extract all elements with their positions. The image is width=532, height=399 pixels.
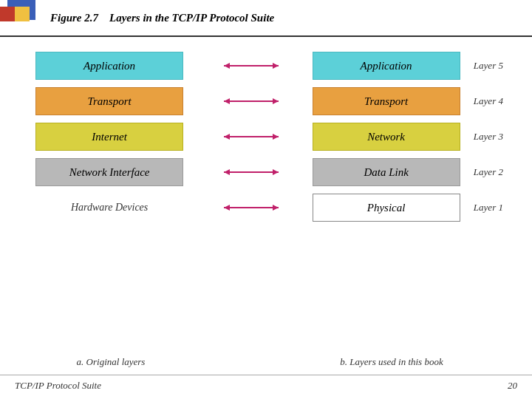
figure-number: Figure 2.7 [50,12,98,24]
right-column: Application Transport Network Data Link … [299,52,474,355]
arrow-4 [204,158,299,186]
right-layer-transport: Transport [313,87,460,115]
svg-marker-1 [224,63,230,69]
layer-label-2: Layer 2 [474,158,503,186]
layer-label-5: Layer 5 [474,52,503,80]
right-layer-data-link: Data Link [313,158,460,186]
layer-label-1: Layer 1 [474,194,503,222]
figure-title: Layers in the TCP/IP Protocol Suite [109,12,274,24]
arrow-2 [204,87,299,115]
svg-marker-11 [273,169,279,175]
double-arrow-3 [218,130,284,143]
double-arrow-4 [218,166,284,179]
double-arrow-1 [218,59,284,72]
footer-page-number: 20 [508,380,517,392]
captions: a. Original layers b. Layers used in thi… [0,355,532,368]
svg-marker-7 [224,134,230,140]
caption-left: a. Original layers [15,356,207,368]
svg-marker-13 [224,205,230,211]
right-layer-network: Network [313,123,460,151]
left-layer-application: Application [35,52,183,80]
header: Figure 2.7 Layers in the TCP/IP Protocol… [0,0,532,37]
layer-label-3: Layer 3 [474,123,503,151]
right-layer-application: Application [313,52,460,80]
caption-right: b. Layers used in this book [303,356,480,368]
footer: TCP/IP Protocol Suite 20 [0,375,532,392]
svg-marker-10 [224,169,230,175]
arrows-column [204,52,299,355]
main-diagram: Application Transport Internet Network I… [0,37,532,355]
arrow-1 [204,52,299,80]
left-layer-network-interface: Network Interface [35,158,183,186]
logo-yellow-block [15,7,30,21]
left-column: Application Transport Internet Network I… [15,52,204,355]
header-title: Figure 2.7 Layers in the TCP/IP Protocol… [50,12,274,24]
double-arrow-2 [218,95,284,108]
logo [0,0,44,36]
svg-marker-8 [273,134,279,140]
left-layer-transport: Transport [35,87,183,115]
double-arrow-5 [218,201,284,214]
footer-left: TCP/IP Protocol Suite [15,380,101,392]
right-layer-physical: Physical [313,194,460,222]
left-hardware-devices: Hardware Devices [35,194,183,222]
layer-label-4: Layer 4 [474,87,503,115]
svg-marker-4 [224,98,230,104]
svg-marker-2 [273,63,279,69]
arrow-3 [204,123,299,151]
svg-marker-14 [273,205,279,211]
left-layer-internet: Internet [35,123,183,151]
arrow-5 [204,194,299,222]
layer-labels: Layer 5 Layer 4 Layer 3 Layer 2 Layer 1 [474,52,517,355]
svg-marker-5 [273,98,279,104]
logo-red-block [0,7,15,21]
